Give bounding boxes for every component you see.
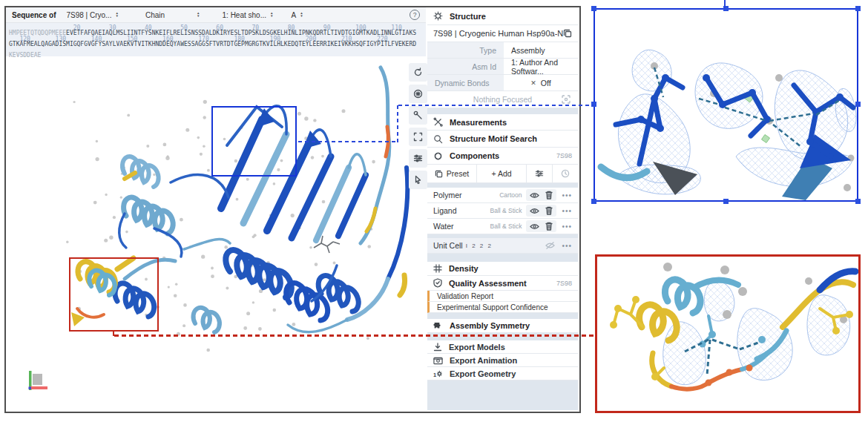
expand-icon [413, 132, 423, 142]
puzzle-icon [433, 321, 443, 331]
copy-icon[interactable] [563, 29, 572, 38]
dynamic-bonds-row: Dynamic Bonds ✕ Off [427, 75, 578, 91]
measurements-icon [433, 117, 443, 127]
control-panel: Structure 7S98 | Cryogenic Human Hsp90a-… [427, 7, 578, 410]
experimental-support-item[interactable]: Experimental Support Confidence [427, 302, 578, 313]
resize-handle[interactable] [855, 102, 861, 107]
resize-handle[interactable] [855, 199, 861, 204]
mode-select[interactable]: Chain▲▼ [145, 11, 200, 19]
more-options-icon[interactable]: ••• [562, 242, 572, 250]
repr-tag: Ball & Stick [490, 222, 526, 230]
dynamic-bonds-toggle[interactable]: ✕ Off [504, 79, 578, 88]
delete-icon[interactable] [545, 191, 553, 200]
updown-icon: ▲▼ [115, 12, 118, 18]
zoom-region-red-box[interactable] [69, 257, 159, 332]
blue-inset-top-connector [724, 0, 726, 9]
screenshot-icon [413, 89, 423, 99]
component-options-button[interactable] [527, 165, 553, 182]
blue-callout-line [397, 105, 398, 142]
unit-cell-row[interactable]: Unit Cell I 2 2 2 ••• [427, 238, 578, 254]
cursor-icon [413, 175, 423, 185]
density-zoom-inset[interactable] [594, 8, 858, 202]
blue-callout-line [298, 141, 398, 142]
entity-select[interactable]: 1: Heat sho...▲▼ [223, 11, 274, 19]
quality-assessment-section[interactable]: Quality Assessment 7S98 [427, 276, 578, 291]
structure-title-row[interactable]: 7S98 | Cryogenic Human Hsp90a-N... [427, 25, 578, 42]
quality-badge: 7S98 [556, 280, 572, 287]
focus-status-text: Nothing Focused [473, 95, 532, 104]
type-value[interactable]: Assembly [504, 46, 578, 55]
preset-icon [435, 170, 443, 178]
history-button[interactable] [553, 165, 578, 182]
region-zoom-inset[interactable] [595, 254, 861, 413]
region-zoom-scene [597, 257, 858, 411]
toggle-controls-button[interactable] [409, 106, 427, 125]
resize-handle[interactable] [723, 199, 729, 204]
component-row-water[interactable]: Water Ball & Stick ••• [427, 219, 578, 234]
updown-icon: ▲▼ [270, 12, 273, 18]
components-section[interactable]: Components 7S98 [427, 148, 578, 165]
preset-button[interactable]: Preset [427, 165, 477, 182]
measurements-section[interactable]: Measurements [427, 114, 578, 131]
sequence-panel[interactable]: 20 30 40 50 60 70 80 90 100 110 HMPEETQT… [6, 23, 426, 56]
validation-report-item[interactable]: Validation Report [427, 291, 578, 302]
resize-handle[interactable] [855, 6, 861, 11]
component-row-ligand[interactable]: Ligand Ball & Stick ••• [427, 203, 578, 219]
delete-icon[interactable] [545, 222, 553, 231]
reset-camera-button[interactable] [409, 63, 427, 82]
tune-icon [535, 169, 544, 178]
structure-section-header[interactable]: Structure [427, 7, 578, 25]
sequence-unmodeled[interactable]: KEVSDDEAE [9, 52, 41, 59]
refresh-icon [413, 67, 423, 77]
settings-button[interactable] [409, 149, 427, 168]
structure-name: 7S98 | Cryogenic Human Hsp90a-N... [433, 29, 563, 38]
export-geometry-section[interactable]: 1 Export Geometry [427, 367, 578, 380]
repr-tag: Cartoon [499, 191, 526, 199]
x-icon: ✕ [530, 79, 536, 87]
export-animation-section[interactable]: Export Animation [427, 354, 578, 367]
history-icon [561, 169, 570, 178]
asm-id-row: Asm Id 1: Author And Softwar... [427, 59, 578, 75]
density-mesh-scene [595, 10, 857, 200]
sequence-residues[interactable]: GTKAFMEALQAGADISMIGQFGVGFYSAYLVAEKVTVITK… [9, 41, 416, 47]
resize-handle[interactable] [591, 199, 596, 204]
visibility-off-icon[interactable] [545, 241, 555, 250]
asm-id-value[interactable]: 1: Author And Softwar... [504, 58, 578, 76]
gear-icon [433, 11, 443, 21]
sequence-toolbar: Sequence of 7S98 | Cryo...▲▼ Chain▲▼ 1: … [6, 7, 426, 23]
selection-mode-button[interactable] [409, 171, 427, 189]
red-callout-line [114, 334, 595, 337]
axes-widget[interactable] [29, 371, 48, 390]
fullscreen-button[interactable] [409, 128, 427, 146]
download-icon [433, 343, 442, 352]
export-models-section[interactable]: Export Models [427, 340, 578, 354]
screenshot-button[interactable] [409, 85, 427, 103]
components-icon [433, 151, 443, 161]
more-options-icon[interactable]: ••• [562, 222, 572, 231]
more-options-icon[interactable]: ••• [562, 191, 572, 200]
assembly-symmetry-section[interactable]: Assembly Symmetry [427, 319, 578, 333]
delete-icon[interactable] [545, 206, 553, 215]
viewport-toolbar [409, 63, 427, 189]
add-component-button[interactable]: + Add [477, 165, 527, 182]
visibility-icon[interactable] [530, 207, 539, 215]
wrench-icon [413, 111, 423, 120]
entry-select[interactable]: 7S98 | Cryo...▲▼ [66, 11, 118, 19]
motif-search-section[interactable]: Structure Motif Search [427, 131, 578, 148]
resize-handle[interactable] [591, 6, 596, 11]
space-group: I 2 2 2 [466, 243, 493, 249]
visibility-icon[interactable] [530, 191, 539, 200]
components-badge: 7S98 [556, 152, 572, 159]
visibility-icon[interactable] [530, 222, 539, 231]
dynamic-bonds-label: Dynamic Bonds [427, 75, 504, 90]
density-section[interactable]: Density [427, 262, 578, 276]
movie-icon [433, 356, 443, 365]
focus-target-icon[interactable] [561, 94, 571, 105]
zoom-region-blue-box[interactable] [211, 106, 297, 177]
blue-callout-line [398, 105, 594, 106]
type-label: Type [427, 42, 504, 58]
help-icon[interactable]: ? [410, 10, 420, 20]
component-row-polymer[interactable]: Polymer Cartoon ••• [427, 188, 578, 203]
more-options-icon[interactable]: ••• [562, 207, 572, 215]
chain-select[interactable]: A▲▼ [291, 11, 303, 19]
